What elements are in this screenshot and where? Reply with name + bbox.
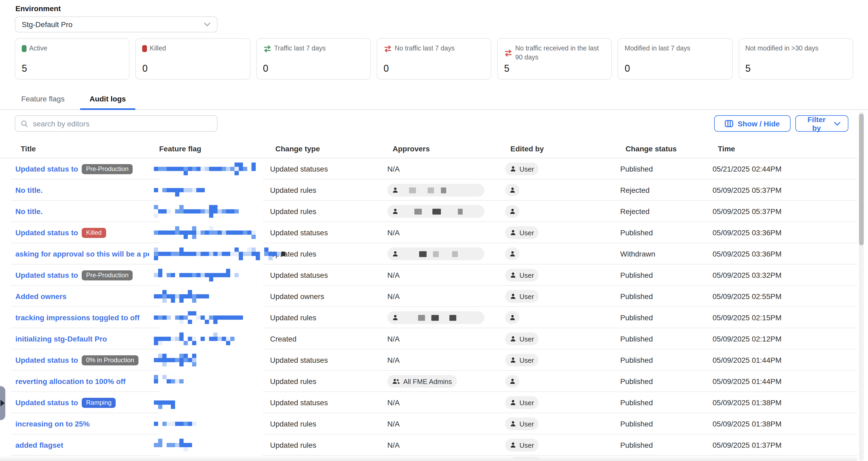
- title-link[interactable]: added flagset: [16, 441, 63, 449]
- approvers-redacted-pill: [387, 248, 485, 260]
- edited-by-cell: User: [505, 333, 620, 345]
- stat-label: Modified in last 7 days: [625, 44, 728, 53]
- stat-card: No traffic received in the last 90 days5: [497, 38, 612, 80]
- show-hide-button[interactable]: Show / Hide: [714, 115, 790, 132]
- person-icon: [510, 229, 516, 236]
- redacted-block: [450, 315, 456, 320]
- title-link[interactable]: initializing stg-Default Pro: [16, 335, 107, 343]
- column-header-time: Time: [718, 144, 858, 153]
- edited-by-label: User: [520, 165, 534, 173]
- title-link[interactable]: Updated status to: [16, 165, 78, 173]
- edited-by-label: User: [520, 399, 534, 407]
- person-icon: [510, 421, 516, 427]
- title-link[interactable]: No title.: [16, 207, 43, 215]
- change-type: Updated statuses: [270, 271, 387, 279]
- feature-flag-cell: [154, 353, 270, 367]
- expand-arrow-icon: [1, 400, 5, 406]
- feature-flag-cell: [154, 226, 270, 239]
- search-input[interactable]: [32, 119, 212, 128]
- title-link[interactable]: increasing on to 25%: [16, 420, 90, 428]
- approvers-cell: [387, 248, 505, 260]
- feature-flag-cell: [154, 247, 270, 261]
- time: 05/09/2025 01:44PM: [713, 377, 858, 385]
- person-icon: [509, 251, 516, 257]
- approvers-cell: N/A: [387, 441, 505, 449]
- environment-value: Stg-Default Pro: [22, 20, 72, 29]
- stat-label: Not modified in >30 days: [745, 44, 848, 53]
- change-type: Updated statuses: [270, 356, 387, 364]
- feature-flag-redacted: [154, 353, 194, 367]
- redacted-block: [433, 251, 439, 257]
- time: 05/09/2025 01:37PM: [713, 441, 858, 449]
- traffic-arrows-green-icon: [263, 45, 271, 52]
- title-link[interactable]: No title.: [16, 186, 43, 194]
- status-badge: Pre-Production: [82, 270, 133, 280]
- feature-flag-cell: [154, 162, 270, 176]
- approvers-cell: N/A: [387, 356, 505, 364]
- approvers-na: N/A: [387, 441, 400, 449]
- chevron-down-icon: [204, 22, 211, 27]
- feature-flag-cell: [154, 374, 270, 388]
- title-link[interactable]: asking for approval so this will be a pe: [16, 250, 149, 258]
- environment-select[interactable]: Stg-Default Pro: [15, 17, 218, 32]
- edited-by-label: User: [520, 292, 534, 300]
- title-link[interactable]: Added owners: [16, 292, 67, 300]
- table-body: Updated status toPre-ProductionUpdated s…: [0, 158, 858, 456]
- edited-by-cell: [505, 184, 620, 197]
- stat-card: Traffic last 7 days0: [256, 38, 371, 80]
- time: 05/09/2025 01:44PM: [713, 356, 858, 364]
- title-link[interactable]: Updated status to: [16, 356, 78, 364]
- person-icon: [510, 166, 516, 172]
- table-row: reverting allocation to 100% offUpdated …: [0, 371, 858, 392]
- tab-audit-logs[interactable]: Audit logs: [80, 88, 135, 109]
- show-hide-label: Show / Hide: [738, 119, 780, 128]
- stat-value: 5: [504, 63, 509, 74]
- edited-by-pill: [505, 248, 520, 260]
- title-link[interactable]: Updated status to: [16, 271, 78, 279]
- change-status: Published: [620, 398, 713, 407]
- column-header-change-type: Change type: [275, 144, 393, 153]
- feature-flag-cell: [154, 332, 270, 346]
- feature-flag-cell: [154, 268, 270, 282]
- edited-by-label: User: [520, 335, 534, 343]
- table-row: Updated status toPre-ProductionUpdated s…: [0, 264, 858, 286]
- status-badge: Killed: [82, 228, 106, 238]
- approvers-na: N/A: [387, 420, 400, 428]
- title-link[interactable]: tracking impressions toggled to off: [16, 313, 140, 322]
- redacted-block: [441, 187, 446, 193]
- redacted-block: [418, 315, 425, 320]
- feature-flag-redacted: [154, 162, 255, 176]
- person-icon: [392, 251, 399, 257]
- change-status: Published: [620, 356, 713, 364]
- title-cell: added flagset: [10, 441, 154, 449]
- stat-card: Modified in last 7 days0: [618, 38, 733, 80]
- filter-by-button[interactable]: Filter by: [795, 115, 848, 132]
- feature-flag-cell: [154, 183, 270, 197]
- stat-value: 0: [143, 63, 148, 74]
- stat-label: No traffic last 7 days: [395, 44, 487, 53]
- stat-card: No traffic last 7 days0: [377, 38, 492, 80]
- edited-by-label: User: [520, 356, 534, 364]
- status-square-red-icon: [143, 45, 147, 52]
- edited-by-pill: [505, 184, 520, 197]
- tab-feature-flags[interactable]: Feature flags: [12, 88, 74, 109]
- title-link[interactable]: Updated status to: [16, 398, 78, 407]
- table-row: No title.Updated rulesRejected05/09/2025…: [0, 179, 858, 201]
- approvers-na: N/A: [387, 165, 400, 173]
- column-header-change-status: Change status: [625, 144, 718, 153]
- title-link[interactable]: Updated status to: [16, 228, 78, 237]
- title-link[interactable]: reverting allocation to 100% off: [16, 377, 125, 385]
- sidebar-expand-handle[interactable]: [0, 386, 5, 420]
- time: 05/09/2025 02:55PM: [713, 292, 858, 300]
- time: 05/09/2025 03:36PM: [713, 250, 858, 258]
- title-cell: No title.: [10, 186, 154, 194]
- title-cell: initializing stg-Default Pro: [10, 335, 154, 343]
- toolbar: Show / Hide Filter by: [15, 115, 848, 132]
- scrollbar-thumb[interactable]: [859, 114, 864, 246]
- edited-by-label: User: [520, 441, 534, 449]
- title-cell: Updated status toPre-Production: [10, 270, 154, 280]
- status-square-green-icon: [22, 45, 27, 52]
- edited-by-pill: User: [505, 269, 539, 282]
- person-icon: [509, 378, 516, 384]
- title-cell: reverting allocation to 100% off: [10, 377, 154, 385]
